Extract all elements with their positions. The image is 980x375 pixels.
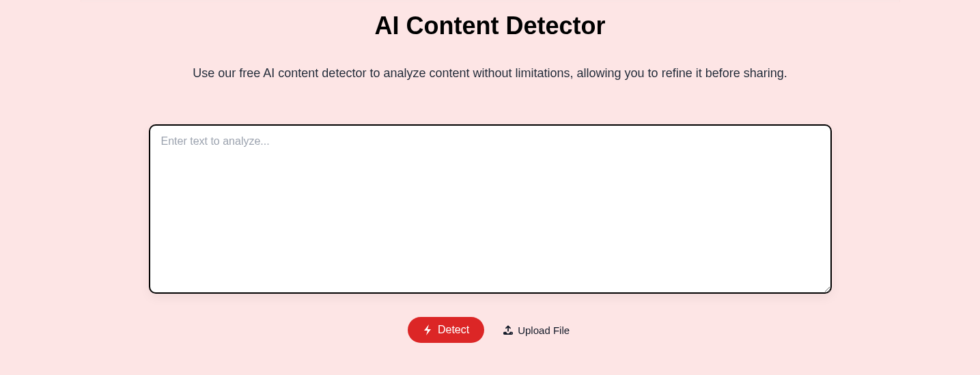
upload-icon (503, 325, 513, 335)
detect-button[interactable]: Detect (408, 317, 484, 343)
lightning-icon (423, 324, 432, 335)
page-title: AI Content Detector (374, 12, 605, 40)
upload-file-button[interactable]: Upload File (501, 319, 572, 342)
action-bar: Detect Upload File (408, 317, 572, 343)
upload-button-label: Upload File (518, 324, 570, 336)
analyze-text-input[interactable] (149, 124, 832, 294)
detect-button-label: Detect (438, 324, 469, 336)
main-container: AI Content Detector Use our free AI cont… (0, 2, 980, 343)
page-subtitle: Use our free AI content detector to anal… (193, 66, 787, 81)
textarea-wrapper (149, 124, 832, 296)
top-border-decoration (81, 0, 900, 2)
